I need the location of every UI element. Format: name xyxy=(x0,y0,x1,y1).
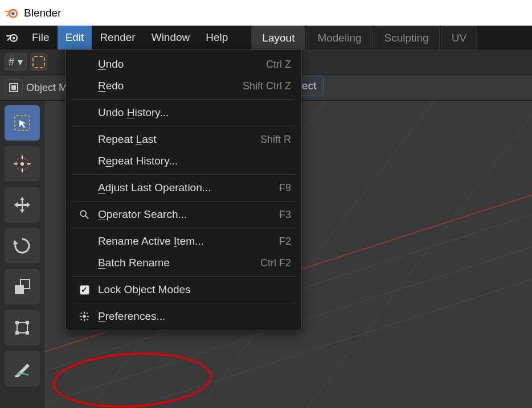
menu-separator xyxy=(72,201,296,201)
svg-point-29 xyxy=(83,315,85,318)
svg-rect-25 xyxy=(15,331,19,335)
dashed-box-icon xyxy=(32,56,45,68)
tool-rotate[interactable] xyxy=(5,228,40,263)
menu-item-label: Repeat Last xyxy=(92,133,260,146)
svg-rect-26 xyxy=(26,331,29,335)
snap-menu[interactable]: # ▾ xyxy=(5,53,27,71)
svg-rect-36 xyxy=(80,319,82,320)
menu-separator xyxy=(72,126,296,126)
app-root: File Edit Render Window Help Layout Mode… xyxy=(0,26,532,408)
svg-point-27 xyxy=(80,211,86,216)
menu-item-repeat-history[interactable]: Repeat History... xyxy=(66,150,301,172)
menu-item-label: Undo History... xyxy=(92,106,291,119)
menu-item-preferences[interactable]: Preferences... xyxy=(66,306,301,327)
menu-item-operator-search[interactable]: Operator Search...F3 xyxy=(66,204,301,225)
snap-label: # xyxy=(9,56,14,68)
tab-uv[interactable]: UV xyxy=(441,26,477,50)
menu-separator xyxy=(72,174,296,175)
menu-item-label: Repeat History... xyxy=(92,155,291,167)
svg-rect-24 xyxy=(26,321,29,324)
window-title: Blender xyxy=(24,7,62,19)
menu-window[interactable]: Window xyxy=(144,26,198,50)
menu-item-label: Undo xyxy=(92,58,266,71)
tool-move[interactable] xyxy=(5,187,40,222)
svg-point-15 xyxy=(21,162,24,166)
menu-item-shortcut: F9 xyxy=(279,182,291,194)
menu-item-label: Redo xyxy=(92,80,243,92)
gear-icon xyxy=(76,311,92,322)
svg-rect-31 xyxy=(84,319,85,322)
svg-rect-20 xyxy=(15,285,24,294)
menu-separator xyxy=(72,228,296,228)
menu-item-adjust-last-operation[interactable]: Adjust Last Operation...F9 xyxy=(66,177,301,199)
svg-point-1 xyxy=(11,12,14,15)
tool-select-box[interactable] xyxy=(5,105,40,141)
svg-rect-30 xyxy=(84,312,85,314)
tab-modeling[interactable]: Modeling xyxy=(306,26,372,50)
tool-transform[interactable] xyxy=(5,310,40,345)
menu-item-shortcut: Shift Ctrl Z xyxy=(243,80,291,92)
workspace-tabs: Layout Modeling Sculpting UV xyxy=(251,26,478,50)
menu-item-label: Operator Search... xyxy=(92,208,279,221)
menu-item-label: Lock Object Modes xyxy=(92,283,291,296)
menu-render[interactable]: Render xyxy=(92,26,143,50)
svg-line-11 xyxy=(294,101,532,408)
tab-sculpting[interactable]: Sculpting xyxy=(374,26,440,50)
menu-item-label: Adjust Last Operation... xyxy=(92,182,279,194)
menu-edit[interactable]: Edit xyxy=(58,26,92,50)
menu-item-label: Preferences... xyxy=(92,310,291,323)
menu-file[interactable]: File xyxy=(24,26,58,50)
menu-item-rename-active-item[interactable]: Rename Active Item...F2 xyxy=(66,230,301,252)
menu-help[interactable]: Help xyxy=(198,26,236,50)
menu-item-batch-rename[interactable]: Batch RenameCtrl F2 xyxy=(66,252,301,274)
menu-item-redo[interactable]: RedoShift Ctrl Z xyxy=(66,75,301,97)
menu-item-repeat-last[interactable]: Repeat LastShift R xyxy=(66,129,301,150)
menu-item-undo[interactable]: UndoCtrl Z xyxy=(66,53,301,75)
menu-item-label: Batch Rename xyxy=(92,257,260,269)
menu-separator xyxy=(72,99,296,100)
menu-item-undo-history[interactable]: Undo History... xyxy=(66,102,301,123)
svg-rect-5 xyxy=(11,85,16,90)
main-menubar: File Edit Render Window Help Layout Mode… xyxy=(0,26,532,50)
menu-item-shortcut: Shift R xyxy=(260,134,291,146)
select-mode-box[interactable] xyxy=(30,53,47,71)
svg-rect-33 xyxy=(87,316,89,317)
svg-rect-37 xyxy=(86,319,88,320)
menu-item-lock-object-modes[interactable]: ✓Lock Object Modes xyxy=(66,279,301,300)
tool-cursor[interactable] xyxy=(5,146,40,182)
menu-item-shortcut: F3 xyxy=(279,209,291,221)
blender-menu-icon[interactable] xyxy=(0,26,24,50)
svg-line-28 xyxy=(85,216,88,219)
menu-separator xyxy=(72,276,296,277)
svg-point-3 xyxy=(13,37,15,40)
chevron-down-icon: ▾ xyxy=(18,56,23,68)
tool-annotate[interactable] xyxy=(5,351,40,386)
editor-type-button[interactable] xyxy=(5,79,23,96)
menu-item-shortcut: Ctrl F2 xyxy=(260,257,291,269)
window-titlebar: Blender xyxy=(0,0,532,26)
menu-item-label: Rename Active Item... xyxy=(92,235,279,248)
menu-item-shortcut: F2 xyxy=(279,236,291,248)
svg-rect-35 xyxy=(86,312,88,314)
search-icon xyxy=(76,209,92,220)
tool-scale[interactable] xyxy=(5,269,40,304)
blender-logo-icon xyxy=(5,6,18,20)
menu-separator xyxy=(72,303,296,303)
edit-menu-dropdown: UndoCtrl ZRedoShift Ctrl ZUndo History..… xyxy=(66,50,302,331)
tab-layout[interactable]: Layout xyxy=(251,26,305,50)
tool-column xyxy=(0,101,44,408)
svg-rect-23 xyxy=(15,321,19,324)
menu-item-shortcut: Ctrl Z xyxy=(266,59,291,71)
svg-rect-34 xyxy=(80,312,82,314)
svg-rect-32 xyxy=(80,316,82,317)
checkbox-icon: ✓ xyxy=(76,285,92,295)
